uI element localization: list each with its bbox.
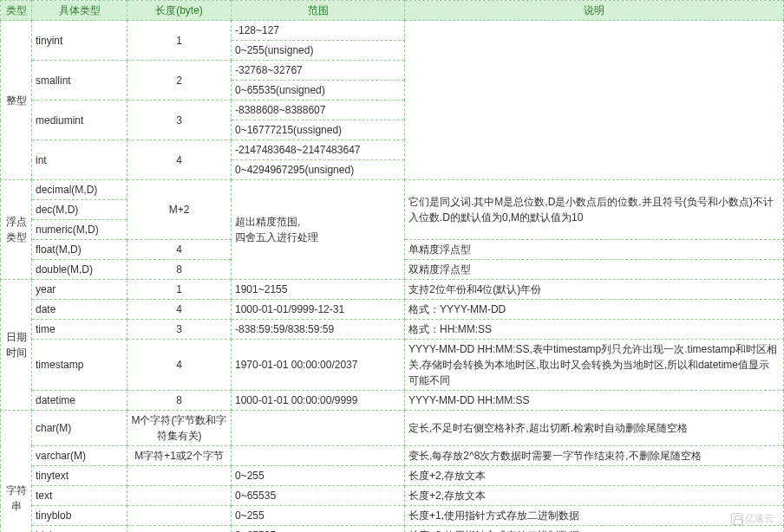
table-row: 字符串 char(M) M个字符(字节数和字符集有关) 定长,不足时右侧空格补齐… (1, 411, 784, 446)
cell: 8 (127, 391, 232, 411)
table-row: 浮点类型 decimal(M,D) M+2 超出精度范围, 四舍五入进行处理 它… (1, 180, 784, 200)
cat-float: 浮点类型 (1, 180, 32, 280)
cell: varchar(M) (32, 446, 127, 466)
cell (405, 21, 784, 180)
cell: -8388608~8388607 (232, 101, 405, 120)
cat-date: 日期时间 (1, 280, 32, 411)
cell: -128~127 (232, 21, 405, 41)
cat-str: 字符串 (1, 411, 32, 533)
cell: 长度+1,使用指针方式存放二进制数据 (405, 506, 784, 526)
cell: YYYY-MM-DD HH:MM:SS,表中timestamp列只允许出现一次.… (405, 340, 784, 391)
cell (232, 446, 405, 466)
cell: 超出精度范围, 四舍五入进行处理 (232, 180, 405, 280)
cell: 0~255(unsigned) (232, 41, 405, 61)
cell: 0~65535 (232, 526, 405, 533)
cell: 长度+2,存放文本 (405, 486, 784, 506)
cell: 1901~2155 (232, 280, 405, 300)
cell: M+2 (127, 180, 232, 240)
cloud-icon (731, 513, 743, 525)
cell: 支持2位年份和4位(默认)年份 (405, 280, 784, 300)
table-row: blob 0~65535 长度+2,使用指针方式存放二进制数据 (1, 526, 784, 533)
cell: int (32, 140, 127, 180)
cell: date (32, 300, 127, 320)
cell: 0~255 (232, 466, 405, 486)
cell: double(M,D) (32, 260, 127, 280)
cell: 1000-01-01 00:00:00/9999 (232, 391, 405, 411)
cell: YYYY-MM-DD HH:MM:SS (405, 391, 784, 411)
cell: 1 (127, 280, 232, 300)
cell: -32768~32767 (232, 61, 405, 81)
cell: blob (32, 526, 127, 533)
table-row: datetime 8 1000-01-01 00:00:00/9999 YYYY… (1, 391, 784, 411)
cell: 定长,不足时右侧空格补齐,超出切断.检索时自动删除尾随空格 (405, 411, 784, 446)
th-subtype: 具体类型 (32, 1, 127, 21)
cell: 0~65535 (232, 486, 405, 506)
cell: 格式：YYYY-MM-DD (405, 300, 784, 320)
cell: decimal(M,D) (32, 180, 127, 200)
table-row: tinyblob 0~255 长度+1,使用指针方式存放二进制数据 (1, 506, 784, 526)
cell: datetime (32, 391, 127, 411)
table-row: time 3 -838:59:59/838:59:59 格式：HH:MM:SS (1, 320, 784, 340)
cell: -838:59:59/838:59:59 (232, 320, 405, 340)
cell: tinyblob (32, 506, 127, 526)
cell: tinyint (32, 21, 127, 61)
table-row: date 4 1000-01-01/9999-12-31 格式：YYYY-MM-… (1, 300, 784, 320)
cell: numeric(M,D) (32, 220, 127, 240)
cell: 双精度浮点型 (405, 260, 784, 280)
cell: text (32, 486, 127, 506)
cell (127, 486, 232, 506)
cat-int: 整型 (1, 21, 32, 180)
cell: smallint (32, 61, 127, 101)
cell: 1 (127, 21, 232, 61)
th-range: 范围 (232, 1, 405, 21)
cell: dec(M,D) (32, 200, 127, 220)
cell: 4 (127, 240, 232, 260)
cell: 1970-01-01 00:00:00/2037 (232, 340, 405, 391)
cell: 它们是同义词.其中M是总位数,D是小数点后的位数.并且符号(负号和小数点)不计入… (405, 180, 784, 240)
table-row: 日期时间 year 1 1901~2155 支持2位年份和4位(默认)年份 (1, 280, 784, 300)
cell: 1000-01-01/9999-12-31 (232, 300, 405, 320)
watermark-text: 亿速云 (745, 513, 774, 523)
cell: 8 (127, 260, 232, 280)
cell (232, 411, 405, 446)
cell: 2 (127, 61, 232, 101)
th-desc: 说明 (405, 1, 784, 21)
cell: time (32, 320, 127, 340)
cell: 3 (127, 320, 232, 340)
th-type: 类型 (1, 1, 32, 21)
cell: 长度+2,存放文本 (405, 466, 784, 486)
cell: 0~16777215(ussigned) (232, 120, 405, 140)
cell: tinytext (32, 466, 127, 486)
cell (127, 466, 232, 486)
table-row: text 0~65535 长度+2,存放文本 (1, 486, 784, 506)
cell: 4 (127, 340, 232, 391)
cell: M字符+1或2个字节 (127, 446, 232, 466)
cell: timestamp (32, 340, 127, 391)
cell: 4 (127, 300, 232, 320)
table-row: varchar(M) M字符+1或2个字节 变长,每存放2^8次方数据时需要一字… (1, 446, 784, 466)
table-row: tinytext 0~255 长度+2,存放文本 (1, 466, 784, 486)
cell: M个字符(字节数和字符集有关) (127, 411, 232, 446)
watermark: 亿速云 (731, 512, 774, 525)
cell: 格式：HH:MM:SS (405, 320, 784, 340)
table-row: 整型 tinyint 1 -128~127 (1, 21, 784, 41)
th-length: 长度(byte) (127, 1, 232, 21)
cell: year (32, 280, 127, 300)
cell: 0~4294967295(unsigned) (232, 160, 405, 180)
cell (127, 526, 232, 533)
cell: mediumint (32, 101, 127, 140)
cell: 3 (127, 101, 232, 140)
cell: float(M,D) (32, 240, 127, 260)
table-row: timestamp 4 1970-01-01 00:00:00/2037 YYY… (1, 340, 784, 391)
cell: 长度+2,使用指针方式存放二进制数据 (405, 526, 784, 533)
cell: 变长,每存放2^8次方数据时需要一字节作结束符,不删除尾随空格 (405, 446, 784, 466)
cell: 单精度浮点型 (405, 240, 784, 260)
datatype-table: 类型 具体类型 长度(byte) 范围 说明 整型 tinyint 1 -128… (0, 0, 784, 532)
header-row: 类型 具体类型 长度(byte) 范围 说明 (1, 1, 784, 21)
cell: char(M) (32, 411, 127, 446)
cell (127, 506, 232, 526)
cell: 0~255 (232, 506, 405, 526)
cell: -2147483648~2147483647 (232, 140, 405, 160)
cell: 4 (127, 140, 232, 180)
cell: 0~65535(unsigned) (232, 81, 405, 101)
